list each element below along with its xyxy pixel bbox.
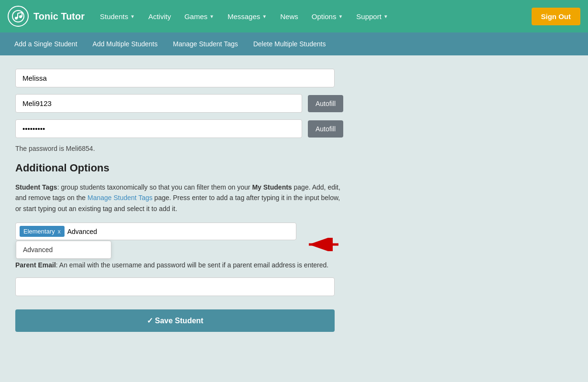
sub-nav-delete-multiple[interactable]: Delete Multiple Students: [247, 36, 333, 52]
password-row: Autofill: [15, 119, 343, 138]
nav-item-activity[interactable]: Activity: [142, 9, 177, 24]
logo-icon: [8, 6, 29, 27]
tag-chip-elementary: Elementary x: [20, 226, 65, 237]
nav-item-messages[interactable]: Messages ▼: [222, 9, 272, 24]
arrow-indicator: [305, 238, 343, 251]
autofill-username-button[interactable]: Autofill: [308, 95, 343, 112]
student-tags-description: Student Tags: group students taxonomical…: [15, 182, 343, 214]
chevron-down-icon: ▼: [338, 14, 343, 19]
sub-nav-manage-tags[interactable]: Manage Student Tags: [166, 36, 245, 52]
save-student-button[interactable]: ✓ Save Student: [15, 309, 335, 332]
sign-out-button[interactable]: Sign Out: [532, 8, 581, 25]
nav-item-students[interactable]: Students ▼: [94, 9, 141, 24]
tag-area-row: Elementary x Advanced: [15, 223, 343, 251]
parent-email-description: Parent Email: An email with the username…: [15, 260, 343, 270]
svg-line-5: [18, 12, 22, 13]
tag-dropdown: Advanced: [16, 241, 111, 259]
tag-dropdown-item-advanced[interactable]: Advanced: [16, 241, 111, 258]
additional-options-title: Additional Options: [15, 162, 343, 174]
sub-navigation: Add a Single Student Add Multiple Studen…: [0, 32, 588, 55]
logo-area: Tonic Tutor: [8, 6, 85, 27]
autofill-password-button[interactable]: Autofill: [308, 120, 343, 138]
tag-chip-remove-button[interactable]: x: [58, 228, 61, 235]
chevron-down-icon: ▼: [130, 14, 135, 19]
username-input[interactable]: [15, 94, 302, 113]
manage-student-tags-link[interactable]: Manage Student Tags: [87, 194, 152, 202]
chevron-down-icon: ▼: [383, 14, 388, 19]
chevron-down-icon: ▼: [209, 14, 214, 19]
name-input[interactable]: [15, 69, 335, 87]
password-input[interactable]: [15, 119, 302, 138]
tag-chip-label: Elementary: [23, 228, 55, 235]
parent-email-input[interactable]: [15, 277, 335, 296]
save-row: ✓ Save Student: [15, 303, 343, 332]
password-hint: The password is Meli6854.: [15, 145, 343, 152]
main-content: Autofill Autofill The password is Meli68…: [0, 55, 359, 352]
tag-input-wrapper[interactable]: Elementary x Advanced: [15, 223, 296, 240]
sub-nav-add-single[interactable]: Add a Single Student: [8, 36, 84, 52]
nav-item-options[interactable]: Options ▼: [306, 9, 349, 24]
my-students-label: My Students: [252, 183, 292, 191]
parent-email-label: Parent Email: [15, 261, 56, 269]
nav-item-support[interactable]: Support ▼: [350, 9, 393, 24]
chevron-down-icon: ▼: [262, 14, 267, 19]
nav-item-news[interactable]: News: [274, 9, 304, 24]
nav-items: Students ▼ Activity Games ▼ Messages ▼ N…: [94, 9, 531, 24]
username-row: Autofill: [15, 94, 343, 113]
red-arrow-icon: [305, 238, 343, 251]
sub-nav-add-multiple[interactable]: Add Multiple Students: [86, 36, 164, 52]
parent-email-row: [15, 277, 343, 296]
app-title: Tonic Tutor: [33, 11, 85, 22]
student-tags-label: Student Tags: [15, 183, 57, 191]
tag-text-input[interactable]: [67, 228, 292, 235]
top-navigation: Tonic Tutor Students ▼ Activity Games ▼ …: [0, 0, 588, 32]
nav-item-games[interactable]: Games ▼: [179, 9, 220, 24]
name-row: [15, 69, 343, 87]
